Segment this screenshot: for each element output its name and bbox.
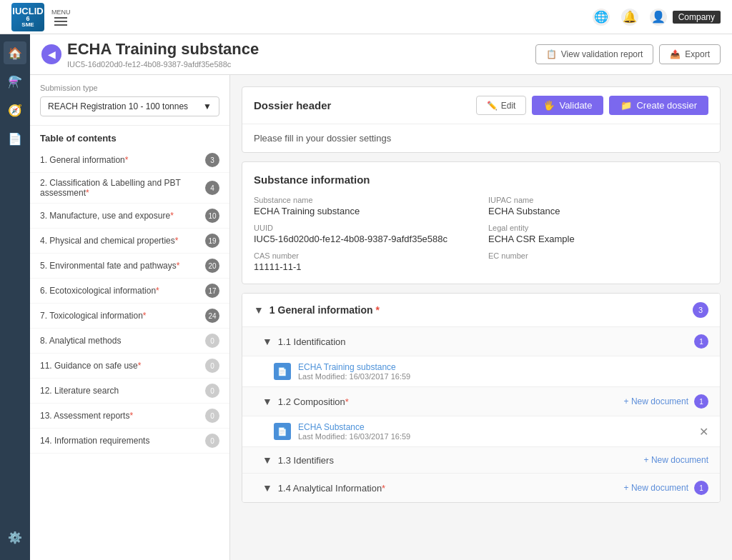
page-header-left: ◀ ECHA Training substance IUC5-16d020d0-… bbox=[41, 40, 259, 69]
cas-number-field: CAS number 11111-11-1 bbox=[254, 251, 474, 272]
export-icon: 📤 bbox=[670, 49, 681, 59]
substance-fields: Substance name ECHA Training substance I… bbox=[254, 196, 708, 272]
edit-icon: ✏️ bbox=[487, 101, 498, 111]
uuid-field: UUID IUC5-16d020d0-fe12-4b08-9387-9afdf3… bbox=[254, 224, 474, 244]
dossier-card-header: Dossier header ✏️ Edit 🖐 Validate 📁 Cr bbox=[242, 87, 720, 124]
sidebar-home-icon[interactable]: 🏠 bbox=[4, 41, 26, 64]
toc-item-information[interactable]: 14. Information requirements 0 bbox=[30, 429, 229, 454]
toc-item-environmental[interactable]: 5. Environmental fate and pathways* 20 bbox=[30, 254, 229, 279]
ec-number-field: EC number bbox=[488, 251, 708, 272]
toc-item-ecotoxicological[interactable]: 6. Ecotoxicological information* 17 bbox=[30, 279, 229, 304]
subsection-1-4: ▼ 1.4 Analytical Information* + New docu… bbox=[242, 473, 720, 502]
subsection-1-1: ▼ 1.1 Identification 1 📄 ECHA Training s… bbox=[242, 326, 720, 386]
iupac-name-field: IUPAC name ECHA Substance bbox=[488, 196, 708, 216]
page-header: ◀ ECHA Training substance IUC5-16d020d0-… bbox=[30, 34, 732, 75]
toc-item-manufacture[interactable]: 3. Manufacture, use and exposure* 10 bbox=[30, 204, 229, 229]
page-title: ECHA Training substance bbox=[67, 40, 259, 59]
general-info-section: ▼ 1 General information * 3 bbox=[242, 293, 721, 503]
submission-type-dropdown[interactable]: REACH Registration 10 - 100 tonnes ▼ bbox=[40, 96, 219, 116]
validate-button[interactable]: 🖐 Validate bbox=[532, 96, 603, 115]
dossier-header-card: Dossier header ✏️ Edit 🖐 Validate 📁 Cr bbox=[242, 86, 721, 153]
edit-button[interactable]: ✏️ Edit bbox=[476, 96, 527, 115]
subsection-header-1-2[interactable]: ▼ 1.2 Composition* + New document 1 bbox=[242, 387, 720, 416]
sidebar-settings-icon[interactable]: ⚙️ bbox=[4, 526, 26, 549]
left-panel: Submission type REACH Registration 10 - … bbox=[30, 75, 230, 560]
app-logo: IUCLID 6 SME bbox=[11, 3, 44, 31]
validation-icon: 📋 bbox=[546, 49, 557, 59]
dossier-header-actions: ✏️ Edit 🖐 Validate 📁 Create dossier bbox=[476, 96, 708, 115]
toc-item-analytical[interactable]: 8. Analytical methods 0 bbox=[30, 329, 229, 354]
bell-icon[interactable]: 🔔 bbox=[621, 9, 638, 26]
doc-name-link[interactable]: ECHA Training substance bbox=[298, 362, 410, 372]
main-content: Dossier header ✏️ Edit 🖐 Validate 📁 Cr bbox=[230, 75, 732, 560]
toc-list: 1. General information* 3 2. Classificat… bbox=[30, 148, 229, 454]
chevron-down-icon: ▼ bbox=[262, 482, 272, 494]
toc-item-classification[interactable]: 2. Classification & Labelling and PBT as… bbox=[30, 173, 229, 204]
doc-item-echa-substance: 📄 ECHA Substance Last Modified: 16/03/20… bbox=[242, 416, 720, 446]
export-button[interactable]: 📤 Export bbox=[659, 44, 721, 64]
left-sidebar: 🏠 ⚗️ 🧭 📄 ⚙️ bbox=[0, 34, 30, 560]
validate-icon: 🖐 bbox=[543, 100, 555, 111]
submission-type-section: Submission type REACH Registration 10 - … bbox=[30, 75, 229, 126]
new-document-button-1-4[interactable]: + New document bbox=[624, 483, 688, 493]
dossier-header-title: Dossier header bbox=[254, 99, 331, 111]
toc-item-general[interactable]: 1. General information* 3 bbox=[30, 148, 229, 173]
new-document-button-1-2[interactable]: + New document bbox=[624, 396, 688, 406]
chevron-down-icon: ▼ bbox=[254, 304, 264, 316]
page-header-actions: 📋 View validation report 📤 Export bbox=[535, 44, 721, 64]
toc-item-literature[interactable]: 12. Literature search 0 bbox=[30, 379, 229, 404]
substance-card-title: Substance information bbox=[254, 174, 708, 186]
chevron-down-icon: ▼ bbox=[262, 396, 272, 407]
top-nav-left: IUCLID 6 SME MENU bbox=[11, 3, 71, 31]
user-area: 👤 Company bbox=[650, 9, 721, 26]
toc-item-assessment[interactable]: 13. Assessment reports* 0 bbox=[30, 404, 229, 429]
toc-item-guidance[interactable]: 11. Guidance on safe use* 0 bbox=[30, 354, 229, 379]
doc-name-link[interactable]: ECHA Substance bbox=[298, 422, 410, 432]
subsection-1-4-actions: + New document 1 bbox=[624, 481, 708, 495]
title-area: ECHA Training substance IUC5-16d020d0-fe… bbox=[67, 40, 259, 69]
chevron-down-icon: ▼ bbox=[262, 336, 272, 347]
section-count-badge: 3 bbox=[693, 302, 708, 318]
subsection-1-3: ▼ 1.3 Identifiers + New document bbox=[242, 446, 720, 473]
dossier-fill-message: Please fill in your dossier settings bbox=[242, 124, 720, 152]
subsection-header-1-4[interactable]: ▼ 1.4 Analytical Information* + New docu… bbox=[242, 474, 720, 502]
company-name: Company bbox=[673, 11, 721, 24]
create-dossier-button[interactable]: 📁 Create dossier bbox=[609, 96, 708, 115]
view-validation-report-button[interactable]: 📋 View validation report bbox=[535, 44, 654, 64]
chevron-down-icon: ▼ bbox=[203, 101, 212, 111]
sidebar-substance-icon[interactable]: ⚗️ bbox=[4, 70, 26, 93]
hamburger-icon bbox=[54, 17, 67, 26]
menu-button[interactable]: MENU bbox=[51, 9, 71, 26]
subsection-header-1-3[interactable]: ▼ 1.3 Identifiers + New document bbox=[242, 447, 720, 473]
content-area: Submission type REACH Registration 10 - … bbox=[30, 75, 732, 560]
subsection-1-2-actions: + New document 1 bbox=[624, 394, 708, 409]
top-nav-right: 🌐 🔔 👤 Company bbox=[593, 9, 721, 26]
subsection-1-2: ▼ 1.2 Composition* + New document 1 📄 bbox=[242, 386, 720, 446]
doc-icon: 📄 bbox=[274, 363, 291, 380]
toc-item-toxicological[interactable]: 7. Toxicological information* 24 bbox=[30, 304, 229, 329]
submission-type-label: Submission type bbox=[40, 84, 219, 92]
subsection-1-1-actions: 1 bbox=[694, 334, 708, 349]
legal-entity-field: Legal entity ECHA CSR Example bbox=[488, 224, 708, 244]
sidebar-navigation-icon[interactable]: 🧭 bbox=[4, 99, 26, 121]
delete-doc-button[interactable]: ✕ bbox=[699, 425, 708, 439]
subsection-header-1-1[interactable]: ▼ 1.1 Identification 1 bbox=[242, 327, 720, 356]
chevron-down-icon: ▼ bbox=[262, 454, 272, 466]
menu-label: MENU bbox=[51, 9, 71, 16]
section-header-left: ▼ 1 General information * bbox=[254, 304, 380, 316]
doc-item-echa-training: 📄 ECHA Training substance Last Modified:… bbox=[242, 356, 720, 386]
new-document-button-1-3[interactable]: + New document bbox=[644, 455, 708, 465]
top-navbar: IUCLID 6 SME MENU 🌐 🔔 👤 Company bbox=[0, 0, 732, 34]
subsection-1-3-actions: + New document bbox=[644, 455, 708, 465]
toc-item-physical[interactable]: 4. Physical and chemical properties* 19 bbox=[30, 229, 229, 254]
back-button[interactable]: ◀ bbox=[41, 44, 61, 64]
dossier-icon: 📁 bbox=[620, 100, 632, 111]
user-icon[interactable]: 👤 bbox=[650, 9, 667, 26]
page-layout: ◀ ECHA Training substance IUC5-16d020d0-… bbox=[30, 34, 732, 560]
globe-icon[interactable]: 🌐 bbox=[593, 9, 610, 26]
section-header-general[interactable]: ▼ 1 General information * 3 bbox=[242, 294, 720, 326]
substance-info-card: Substance information Substance name ECH… bbox=[242, 161, 721, 284]
sidebar-document-icon[interactable]: 📄 bbox=[4, 127, 26, 150]
substance-name-field: Substance name ECHA Training substance bbox=[254, 196, 474, 216]
page-subtitle: IUC5-16d020d0-fe12-4b08-9387-9afdf35e588… bbox=[67, 60, 259, 69]
